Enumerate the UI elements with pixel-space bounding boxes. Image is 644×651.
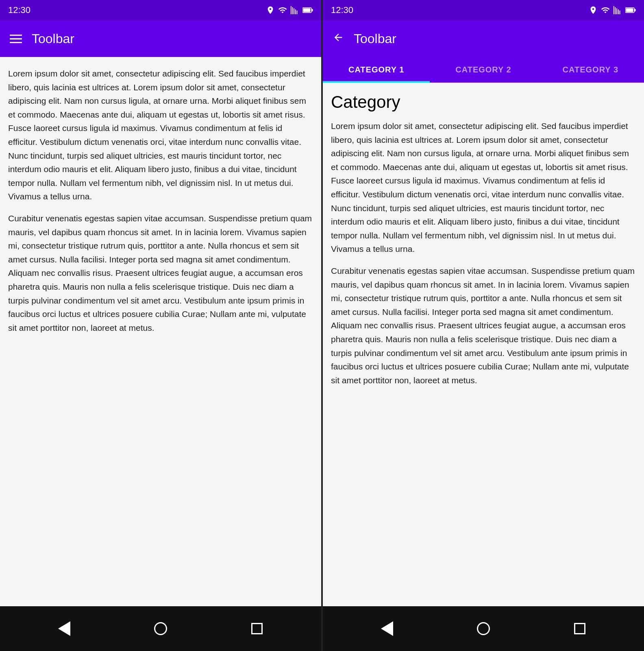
tab-category-1[interactable]: CATEGORY 1 bbox=[323, 57, 430, 83]
paragraph-1-2: Curabitur venenatis egestas sapien vitae… bbox=[8, 212, 313, 334]
toolbar-title-2: Toolbar bbox=[354, 31, 396, 46]
home-button-1[interactable] bbox=[150, 618, 171, 639]
time-1: 12:30 bbox=[8, 5, 30, 15]
toolbar-2: Toolbar bbox=[323, 20, 644, 57]
location-icon bbox=[266, 6, 275, 15]
paragraph-2-2: Curabitur venenatis egestas sapien vitae… bbox=[331, 264, 636, 387]
signal-icon bbox=[290, 6, 299, 15]
content-1: Lorem ipsum dolor sit amet, consectetur … bbox=[0, 57, 321, 606]
nav-bar-2 bbox=[323, 606, 644, 651]
tab-label-2: CATEGORY 2 bbox=[455, 65, 511, 74]
svg-rect-5 bbox=[635, 9, 636, 11]
wifi-icon-2 bbox=[601, 6, 610, 15]
status-icons-1 bbox=[266, 6, 313, 15]
location-icon-2 bbox=[589, 6, 598, 15]
back-triangle-icon bbox=[58, 621, 70, 636]
phone-2: 12:30 Toolbar CATEGORY 1 CATEGORY 2 CATE… bbox=[323, 0, 644, 651]
toolbar-title-1: Toolbar bbox=[32, 31, 74, 46]
hamburger-icon[interactable] bbox=[10, 35, 22, 43]
time-2: 12:30 bbox=[331, 5, 353, 15]
phone-1: 12:30 Toolbar Lorem ipsum dolor sit amet… bbox=[0, 0, 321, 651]
recents-button-2[interactable] bbox=[570, 618, 590, 639]
hamburger-line-3 bbox=[10, 42, 22, 43]
svg-rect-2 bbox=[312, 9, 313, 11]
tab-category-3[interactable]: CATEGORY 3 bbox=[537, 57, 644, 83]
status-icons-2 bbox=[589, 6, 636, 15]
category-title: Category bbox=[331, 92, 636, 112]
svg-rect-4 bbox=[626, 9, 633, 12]
tabs-bar: CATEGORY 1 CATEGORY 2 CATEGORY 3 bbox=[323, 57, 644, 83]
battery-icon bbox=[302, 6, 313, 15]
wifi-icon bbox=[278, 6, 287, 15]
home-circle-icon-2 bbox=[477, 622, 490, 635]
signal-icon-2 bbox=[613, 6, 622, 15]
back-button-1[interactable] bbox=[54, 618, 74, 639]
home-circle-icon bbox=[154, 622, 167, 635]
status-bar-2: 12:30 bbox=[323, 0, 644, 20]
hamburger-line-2 bbox=[10, 38, 22, 39]
recents-square-icon-2 bbox=[574, 623, 585, 634]
back-triangle-icon-2 bbox=[381, 621, 393, 636]
hamburger-line-1 bbox=[10, 35, 22, 36]
tab-label-3: CATEGORY 3 bbox=[563, 65, 618, 74]
home-button-2[interactable] bbox=[473, 618, 494, 639]
recents-button-1[interactable] bbox=[247, 618, 267, 639]
content-2: Category Lorem ipsum dolor sit amet, con… bbox=[323, 83, 644, 606]
nav-bar-1 bbox=[0, 606, 321, 651]
paragraph-2-1: Lorem ipsum dolor sit amet, consectetur … bbox=[331, 119, 636, 256]
paragraph-1-1: Lorem ipsum dolor sit amet, consectetur … bbox=[8, 67, 313, 203]
recents-square-icon bbox=[251, 623, 263, 634]
tab-label-1: CATEGORY 1 bbox=[348, 65, 404, 74]
back-arrow-icon[interactable] bbox=[333, 32, 344, 46]
status-bar-1: 12:30 bbox=[0, 0, 321, 20]
tab-category-2[interactable]: CATEGORY 2 bbox=[430, 57, 537, 83]
svg-rect-1 bbox=[303, 9, 311, 12]
toolbar-1: Toolbar bbox=[0, 20, 321, 57]
back-button-2[interactable] bbox=[377, 618, 397, 639]
battery-icon-2 bbox=[625, 6, 636, 15]
